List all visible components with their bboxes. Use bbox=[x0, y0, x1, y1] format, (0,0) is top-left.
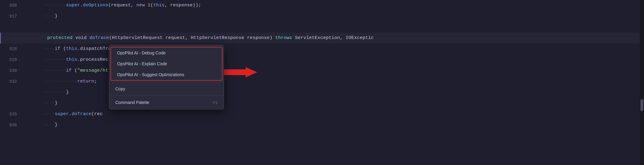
line-number: 908 bbox=[0, 0, 24, 11]
menu-item-copy[interactable]: Copy bbox=[109, 83, 224, 94]
code-editor: 908 ········super.doOptions(request, new… bbox=[0, 0, 644, 165]
menu-item-explain[interactable]: OpsPilot AI - Explain Code bbox=[111, 58, 222, 69]
code-line-917: 917 ····} bbox=[0, 11, 644, 22]
menu-item-optimize[interactable]: OpsPilot AI - Suggest Optimizations bbox=[111, 69, 222, 80]
context-menu: OpsPilot AI - Debug Code OpsPilot AI - E… bbox=[109, 45, 224, 109]
line-number: 935 bbox=[0, 109, 24, 120]
menu-divider-2 bbox=[109, 95, 224, 96]
opspilot-menu-group: OpsPilot AI - Debug Code OpsPilot AI - E… bbox=[110, 47, 222, 81]
line-number: 928 bbox=[0, 44, 24, 54]
line-number: 936 bbox=[0, 120, 24, 131]
line-number: 929 bbox=[0, 54, 24, 65]
line-content: ····} bbox=[24, 109, 644, 141]
menu-divider-1 bbox=[109, 82, 224, 82]
scrollbar[interactable] bbox=[640, 0, 644, 165]
line-number: 932 bbox=[0, 76, 24, 87]
code-line-936: 936 ····} bbox=[0, 120, 644, 131]
indent-dots: ···· bbox=[44, 122, 55, 128]
line-number: 917 bbox=[0, 11, 24, 22]
indent-dots: ···· bbox=[44, 14, 55, 19]
menu-item-debug[interactable]: OpsPilot AI - Debug Code bbox=[111, 47, 222, 58]
line-number: 930 bbox=[0, 65, 24, 76]
menu-item-palette[interactable]: Command Palette F1 bbox=[109, 97, 224, 108]
scrollbar-thumb[interactable] bbox=[640, 99, 643, 111]
